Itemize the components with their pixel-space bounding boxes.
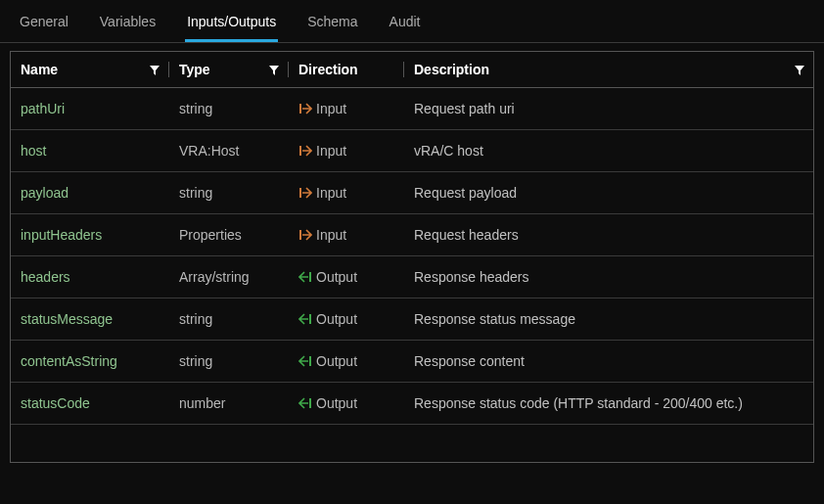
cell-type: Properties xyxy=(169,227,289,243)
input-icon xyxy=(298,144,312,158)
input-icon xyxy=(298,102,312,115)
svg-rect-2 xyxy=(299,188,301,198)
direction-label: Output xyxy=(316,353,357,369)
direction-label: Input xyxy=(316,143,346,159)
filter-icon[interactable] xyxy=(268,64,280,75)
cell-name: inputHeaders xyxy=(11,227,169,243)
table-row[interactable]: pathUri string Input Request path uri xyxy=(11,88,813,130)
cell-type: Array/string xyxy=(169,269,289,285)
input-icon xyxy=(298,228,312,242)
tab-audit[interactable]: Audit xyxy=(388,8,423,42)
cell-direction: Input xyxy=(289,185,404,201)
cell-type: string xyxy=(169,311,289,327)
cell-name: headers xyxy=(11,269,169,285)
output-icon xyxy=(298,354,312,368)
table-row[interactable]: inputHeaders Properties Input Request he… xyxy=(11,214,813,256)
table-row[interactable]: contentAsString string Output Response c… xyxy=(11,341,813,383)
table-row[interactable]: host VRA:Host Input vRA/C host xyxy=(11,130,813,172)
cell-direction: Output xyxy=(289,311,404,327)
direction-label: Output xyxy=(316,269,357,285)
cell-description: Request path uri xyxy=(404,101,813,116)
column-label: Name xyxy=(21,62,58,77)
table-row[interactable]: statusMessage string Output Response sta… xyxy=(11,298,813,341)
output-icon xyxy=(298,270,312,284)
table-header: Name Type Direction Description xyxy=(11,52,813,88)
svg-rect-4 xyxy=(309,272,311,282)
filter-icon[interactable] xyxy=(149,64,160,75)
column-label: Description xyxy=(414,62,489,77)
direction-label: Output xyxy=(316,395,357,411)
tab-schema[interactable]: Schema xyxy=(305,8,359,42)
cell-description: Response status message xyxy=(404,311,813,327)
cell-type: string xyxy=(169,185,289,201)
cell-type: string xyxy=(169,101,289,116)
cell-type: string xyxy=(169,353,289,369)
column-header-direction[interactable]: Direction xyxy=(289,62,404,77)
cell-description: Response status code (HTTP standard - 20… xyxy=(404,395,813,411)
output-icon xyxy=(298,396,312,410)
cell-direction: Output xyxy=(289,353,404,369)
output-icon xyxy=(298,312,312,326)
svg-rect-7 xyxy=(309,398,311,408)
table-row[interactable]: headers Array/string Output Response hea… xyxy=(11,256,813,298)
filter-icon[interactable] xyxy=(794,64,805,75)
cell-description: Response headers xyxy=(404,269,813,285)
svg-rect-6 xyxy=(309,356,311,366)
direction-label: Input xyxy=(316,185,346,201)
cell-type: number xyxy=(169,395,289,411)
column-label: Direction xyxy=(298,62,358,77)
tab-general[interactable]: General xyxy=(18,8,70,42)
cell-type: VRA:Host xyxy=(169,143,289,159)
column-label: Type xyxy=(179,62,210,77)
cell-name: payload xyxy=(11,185,169,201)
tab-inputs-outputs[interactable]: Inputs/Outputs xyxy=(185,8,278,42)
direction-label: Output xyxy=(316,311,357,327)
table-body: pathUri string Input Request path uri ho… xyxy=(11,88,813,425)
svg-rect-0 xyxy=(299,104,301,114)
column-header-name[interactable]: Name xyxy=(11,62,169,77)
cell-name: statusCode xyxy=(11,395,169,411)
svg-rect-3 xyxy=(299,230,301,240)
direction-label: Input xyxy=(316,227,346,243)
input-icon xyxy=(298,186,312,200)
cell-description: vRA/C host xyxy=(404,143,813,159)
tab-variables[interactable]: Variables xyxy=(98,8,158,42)
cell-name: statusMessage xyxy=(11,311,169,327)
cell-direction: Input xyxy=(289,143,404,159)
svg-rect-1 xyxy=(299,146,301,156)
cell-direction: Input xyxy=(289,227,404,243)
cell-name: contentAsString xyxy=(11,353,169,369)
table-footer xyxy=(11,425,813,462)
cell-description: Request headers xyxy=(404,227,813,243)
table-row[interactable]: payload string Input Request payload xyxy=(11,172,813,214)
direction-label: Input xyxy=(316,101,346,116)
cell-name: host xyxy=(11,143,169,159)
cell-name: pathUri xyxy=(11,101,169,116)
io-table: Name Type Direction Description pathUri … xyxy=(10,51,814,463)
cell-description: Response content xyxy=(404,353,813,369)
svg-rect-5 xyxy=(309,314,311,324)
cell-direction: Output xyxy=(289,395,404,411)
cell-description: Request payload xyxy=(404,185,813,201)
column-header-type[interactable]: Type xyxy=(169,62,289,77)
table-row[interactable]: statusCode number Output Response status… xyxy=(11,383,813,425)
tab-bar: GeneralVariablesInputs/OutputsSchemaAudi… xyxy=(0,0,824,43)
column-header-description[interactable]: Description xyxy=(404,62,813,77)
cell-direction: Output xyxy=(289,269,404,285)
cell-direction: Input xyxy=(289,101,404,116)
